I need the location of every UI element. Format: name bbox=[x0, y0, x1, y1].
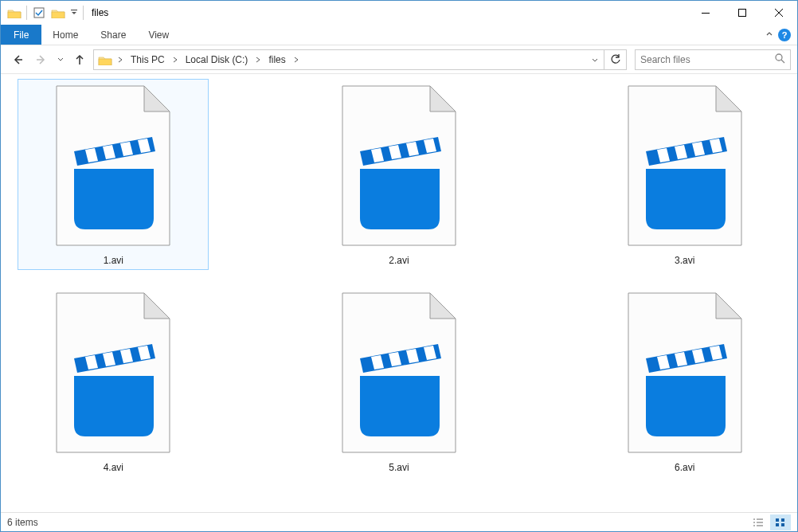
file-item-label: 4.avi bbox=[104, 462, 123, 473]
window-controls bbox=[687, 1, 797, 25]
video-file-icon bbox=[621, 290, 749, 457]
nav-up-button[interactable] bbox=[69, 49, 90, 70]
chevron-right-icon[interactable] bbox=[291, 56, 302, 64]
quick-access-toolbar: files bbox=[1, 4, 108, 22]
file-item-label: 2.avi bbox=[389, 255, 409, 266]
navigation-bar: This PC Local Disk (C:) files bbox=[1, 45, 797, 74]
minimize-button[interactable] bbox=[687, 1, 724, 25]
close-button[interactable] bbox=[761, 1, 797, 25]
view-icons-button[interactable] bbox=[770, 514, 791, 530]
breadcrumb-folder[interactable]: files bbox=[264, 50, 290, 69]
breadcrumb-folder-icon[interactable] bbox=[97, 52, 113, 68]
svg-point-11 bbox=[776, 54, 782, 61]
refresh-button[interactable] bbox=[604, 49, 627, 70]
svg-rect-8 bbox=[71, 10, 77, 10]
file-item-label: 5.avi bbox=[389, 462, 409, 473]
file-item-label: 1.avi bbox=[104, 255, 123, 266]
qat-customize-dropdown[interactable] bbox=[68, 4, 80, 22]
address-bar[interactable]: This PC Local Disk (C:) files bbox=[93, 49, 604, 70]
file-item[interactable]: 5.avi bbox=[303, 286, 495, 477]
search-input[interactable] bbox=[640, 54, 774, 65]
chevron-right-icon[interactable] bbox=[170, 56, 181, 64]
ribbon-tab-home[interactable]: Home bbox=[41, 25, 89, 45]
explorer-window: files File Home Share View ? bbox=[0, 0, 798, 532]
qat-folder-icon[interactable] bbox=[6, 4, 23, 22]
maximize-button[interactable] bbox=[724, 1, 761, 25]
address-dropdown-icon[interactable] bbox=[591, 56, 602, 64]
video-file-icon bbox=[335, 290, 463, 457]
status-item-count: 6 items bbox=[7, 517, 38, 528]
title-bar: files bbox=[1, 1, 797, 25]
nav-back-button[interactable] bbox=[7, 49, 28, 70]
ribbon-tab-file[interactable]: File bbox=[1, 25, 41, 45]
video-file-icon bbox=[335, 83, 463, 250]
svg-rect-20 bbox=[776, 523, 779, 526]
help-icon[interactable]: ? bbox=[778, 29, 791, 41]
file-item[interactable]: 3.avi bbox=[589, 79, 780, 270]
svg-rect-10 bbox=[739, 10, 746, 17]
svg-rect-18 bbox=[776, 518, 779, 522]
svg-rect-21 bbox=[781, 523, 784, 526]
separator bbox=[83, 6, 84, 20]
file-item[interactable]: 4.avi bbox=[18, 286, 209, 477]
file-item[interactable]: 6.avi bbox=[589, 286, 780, 477]
video-file-icon bbox=[621, 83, 749, 250]
window-title: files bbox=[92, 7, 108, 18]
qat-newfolder-icon[interactable] bbox=[49, 4, 67, 22]
video-file-icon bbox=[49, 83, 177, 250]
chevron-right-icon[interactable] bbox=[252, 56, 264, 64]
file-item[interactable]: 1.avi bbox=[18, 79, 209, 270]
svg-rect-7 bbox=[34, 8, 44, 18]
nav-history-dropdown[interactable] bbox=[55, 49, 66, 70]
ribbon-collapse-icon[interactable] bbox=[765, 30, 773, 40]
view-details-button[interactable] bbox=[748, 514, 769, 530]
search-box[interactable] bbox=[635, 49, 791, 70]
search-icon bbox=[774, 53, 785, 66]
file-item[interactable]: 2.avi bbox=[303, 79, 495, 270]
separator bbox=[26, 6, 27, 20]
breadcrumb-this-pc[interactable]: This PC bbox=[126, 50, 170, 69]
ribbon-tab-view[interactable]: View bbox=[137, 25, 180, 45]
file-item-label: 6.avi bbox=[675, 462, 694, 473]
nav-forward-button[interactable] bbox=[31, 49, 52, 70]
file-item-label: 3.avi bbox=[675, 255, 694, 266]
ribbon-tabs: File Home Share View ? bbox=[1, 25, 797, 45]
svg-rect-19 bbox=[781, 518, 784, 522]
file-list[interactable]: 1.avi2.avi3.avi4.avi5.avi6.avi bbox=[1, 74, 797, 512]
svg-rect-9 bbox=[702, 13, 710, 14]
chevron-right-icon[interactable] bbox=[115, 56, 126, 64]
status-bar: 6 items bbox=[1, 512, 797, 531]
qat-properties-icon[interactable] bbox=[30, 4, 48, 22]
video-file-icon bbox=[49, 290, 177, 457]
ribbon-tab-share[interactable]: Share bbox=[89, 25, 137, 45]
breadcrumb-drive[interactable]: Local Disk (C:) bbox=[181, 50, 253, 69]
